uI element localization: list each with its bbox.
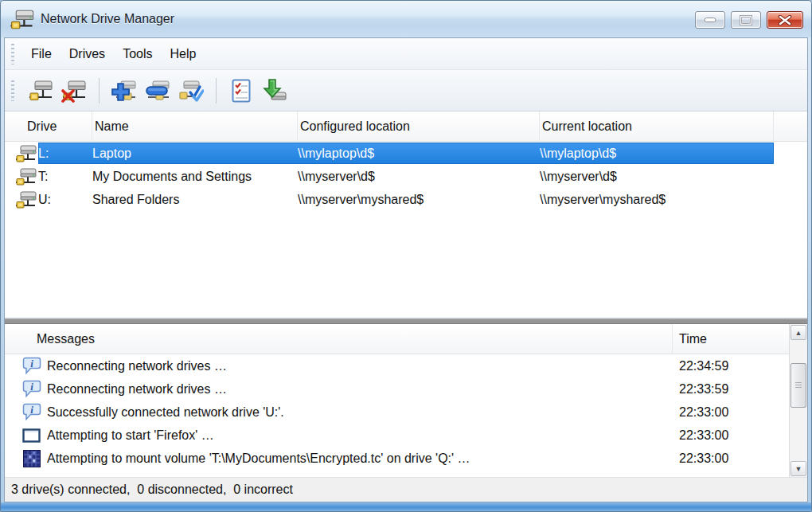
drives-rows: L:Laptop\\mylaptop\d$\\mylaptop\d$ T:My … (5, 142, 807, 211)
scrollbar-thumb[interactable] (791, 363, 806, 408)
encrypted-volume-icon (21, 450, 42, 467)
drive-row[interactable]: L:Laptop\\mylaptop\d$\\mylaptop\d$ (5, 142, 807, 165)
cell-current-location: \\mylaptop\d$ (540, 147, 774, 161)
messages-rows: i Reconnecting network drives …22:34:59 … (5, 354, 789, 470)
toolbar-separator (216, 78, 217, 104)
message-text: Reconnecting network drives … (47, 382, 673, 397)
window-title: Network Drive Manager (41, 12, 174, 26)
drives-table: Drive Name Configured location Current l… (5, 111, 807, 319)
minimize-button[interactable] (695, 11, 725, 29)
message-row[interactable]: i Reconnecting network drives …22:33:59 (5, 377, 789, 401)
column-header-stub (774, 111, 807, 141)
cell-configured-location: \\mylaptop\d$ (298, 147, 540, 161)
cell-drive-name: My Documents and Settings (92, 170, 298, 184)
drives-table-header: Drive Name Configured location Current l… (5, 111, 807, 142)
add-drive-icon (111, 79, 137, 103)
column-header-drive[interactable]: Drive (5, 111, 92, 141)
message-row[interactable]: Attempting to mount volume 'T:\MyDocumen… (5, 447, 789, 470)
column-header-configured-location[interactable]: Configured location (298, 111, 540, 141)
cell-configured-location: \\myserver\myshared$ (298, 193, 540, 207)
toolbar (5, 70, 807, 111)
statusbar: 3 drive(s) connected, 0 disconnected, 0 … (5, 477, 807, 502)
column-header-messages[interactable]: Messages (5, 324, 673, 354)
column-header-current-location[interactable]: Current location (540, 111, 774, 141)
toolbar-separator (99, 78, 100, 104)
mount-volume-button[interactable] (260, 75, 290, 107)
remove-drive-icon (145, 79, 170, 103)
connect-drives-button[interactable] (25, 75, 56, 107)
message-text: Attempting to start 'Firefox' … (47, 428, 673, 443)
message-row[interactable]: i Reconnecting network drives …22:34:59 (5, 354, 789, 377)
svg-text:i: i (30, 358, 33, 369)
app-window: Network Drive Manager (0, 0, 812, 512)
messages-scrollbar[interactable]: ▲ ▼ (789, 324, 807, 477)
maximize-icon (740, 15, 752, 25)
messages-header: Messages Time (5, 324, 789, 354)
client-area: FileDrivesToolsHelp (4, 37, 808, 502)
check-drives-button[interactable] (176, 75, 206, 107)
mount-volume-icon (262, 78, 287, 104)
message-time: 22:33:59 (673, 382, 789, 397)
cell-drive-name: Shared Folders (92, 193, 298, 207)
minimize-icon (704, 17, 716, 23)
menubar-items: FileDrivesToolsHelp (22, 43, 205, 65)
close-button[interactable] (767, 11, 803, 29)
message-time: 22:33:00 (673, 428, 789, 443)
message-row[interactable]: i Successfully connected network drive '… (5, 401, 789, 424)
menubar: FileDrivesToolsHelp (5, 38, 807, 70)
svg-text:i: i (30, 381, 33, 393)
cell-drive-letter: L: (38, 147, 92, 161)
info-balloon-icon: i (21, 403, 42, 421)
close-icon (778, 15, 792, 25)
menu-item-drives[interactable]: Drives (61, 43, 114, 65)
checklist-button[interactable] (226, 75, 256, 107)
scrollbar-track[interactable] (791, 341, 806, 460)
window-bottom-border (1, 502, 811, 511)
message-text: Successfully connected network drive 'U:… (47, 405, 673, 420)
info-balloon-icon: i (21, 380, 42, 398)
messages-list: Messages Time i Reconnecting network dri… (5, 324, 789, 477)
message-time: 22:33:00 (673, 451, 789, 466)
drives-table-empty-area (5, 211, 807, 318)
column-header-time[interactable]: Time (673, 324, 789, 354)
messages-panel: Messages Time i Reconnecting network dri… (5, 324, 807, 477)
titlebar[interactable]: Network Drive Manager (1, 1, 811, 37)
cell-configured-location: \\myserver\d$ (298, 170, 540, 184)
cell-drive-letter: U: (38, 193, 92, 207)
network-drive-icon (14, 144, 38, 163)
info-balloon-icon: i (21, 357, 42, 375)
menu-item-tools[interactable]: Tools (114, 43, 161, 65)
status-text: 3 drive(s) connected, 0 disconnected, 0 … (11, 483, 293, 497)
maximize-button[interactable] (731, 11, 761, 29)
message-time: 22:33:00 (673, 405, 789, 420)
message-row[interactable]: Attempting to start 'Firefox' …22:33:00 (5, 424, 789, 447)
network-drive-icon (14, 190, 38, 209)
svg-text:i: i (30, 404, 33, 416)
splitter[interactable] (5, 319, 807, 324)
scroll-up-button[interactable]: ▲ (791, 325, 806, 340)
drive-row[interactable]: T:My Documents and Settings\\myserver\d$… (5, 165, 807, 188)
disconnect-drives-button[interactable] (59, 75, 89, 107)
checklist-icon (230, 78, 252, 104)
add-drive-button[interactable] (109, 75, 139, 107)
drive-row-cells: L:Laptop\\mylaptop\d$\\mylaptop\d$ (38, 143, 774, 164)
drive-row-cells: T:My Documents and Settings\\myserver\d$… (38, 166, 774, 187)
drive-row-cells: U:Shared Folders\\myserver\myshared$\\my… (38, 189, 774, 210)
toolbar-gripper[interactable] (11, 80, 14, 101)
cell-current-location: \\myserver\myshared$ (540, 193, 774, 207)
cell-drive-name: Laptop (92, 147, 298, 161)
window-controls (695, 10, 803, 29)
column-header-name[interactable]: Name (92, 111, 298, 141)
message-time: 22:34:59 (673, 359, 789, 373)
message-text: Reconnecting network drives … (47, 359, 673, 373)
scroll-down-button[interactable]: ▼ (791, 461, 806, 476)
menu-item-file[interactable]: File (22, 43, 61, 65)
connect-drives-icon (28, 79, 53, 103)
check-drives-icon (178, 79, 204, 103)
menu-item-help[interactable]: Help (161, 43, 205, 65)
cell-drive-letter: T: (38, 170, 92, 184)
network-drive-icon (14, 167, 38, 186)
menubar-gripper[interactable] (11, 44, 14, 64)
remove-drive-button[interactable] (142, 75, 173, 107)
drive-row[interactable]: U:Shared Folders\\myserver\myshared$\\my… (5, 188, 807, 211)
